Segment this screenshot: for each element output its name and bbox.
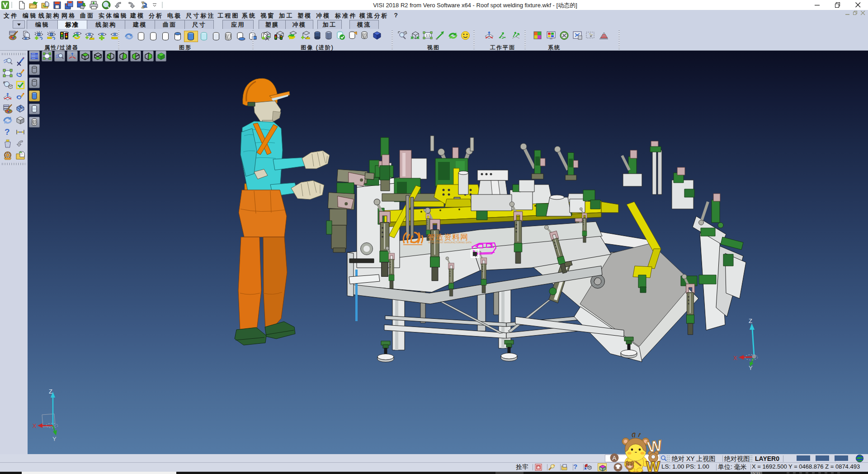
svg-text:?: ? xyxy=(5,127,10,137)
svg-text:1:1: 1:1 xyxy=(426,34,430,37)
